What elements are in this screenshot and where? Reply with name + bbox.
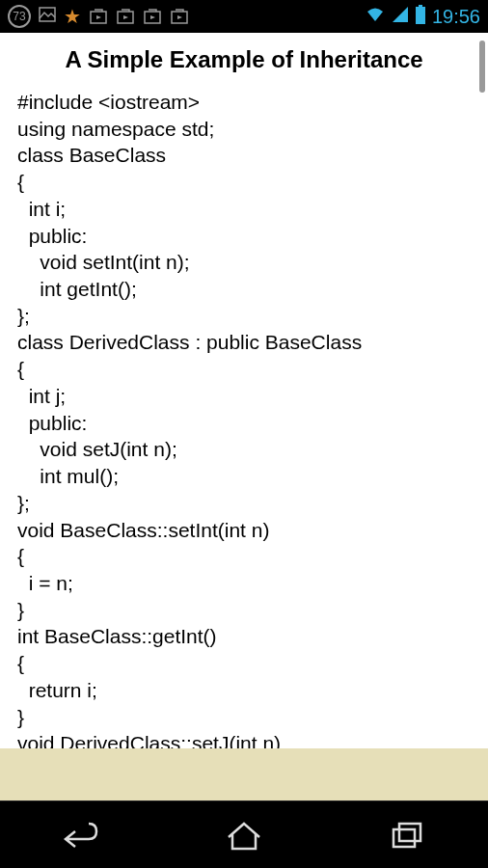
play-store-icon-2 [116, 8, 135, 25]
battery-icon [415, 5, 426, 28]
back-button[interactable] [23, 806, 139, 864]
play-store-icon-4 [170, 8, 189, 25]
navigation-bar [0, 800, 488, 868]
page-title: A Simple Example of Inheritance [0, 33, 488, 83]
svg-rect-1 [419, 5, 422, 7]
play-store-icon-3 [143, 8, 162, 25]
ad-banner[interactable] [0, 748, 488, 800]
recent-apps-button[interactable] [349, 806, 465, 864]
svg-rect-2 [416, 7, 425, 24]
status-bar: 73 ★ 19:56 [0, 0, 488, 33]
signal-icon [392, 6, 409, 27]
content-area[interactable]: A Simple Example of Inheritance #include… [0, 33, 488, 800]
star-icon: ★ [64, 5, 81, 28]
svg-rect-4 [399, 824, 420, 841]
home-button[interactable] [186, 806, 302, 864]
badge-text: 73 [13, 10, 25, 23]
status-right: 19:56 [365, 5, 480, 28]
scroll-indicator[interactable] [479, 41, 485, 93]
notification-badge: 73 [8, 5, 31, 28]
code-content: #include <iostream> using namespace std;… [0, 83, 488, 757]
image-icon [39, 7, 56, 26]
clock: 19:56 [432, 6, 480, 28]
svg-rect-3 [393, 829, 415, 847]
wifi-icon [365, 6, 386, 27]
status-left: 73 ★ [8, 5, 189, 28]
play-store-icon-1 [89, 8, 108, 25]
